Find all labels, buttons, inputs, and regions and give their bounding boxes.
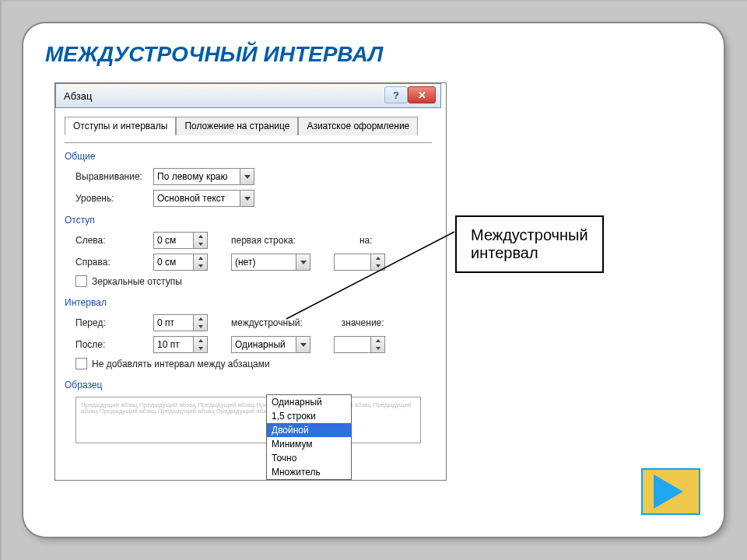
chevron-down-icon[interactable] xyxy=(240,191,254,206)
mirror-indents-checkbox[interactable]: Зеркальные отступы xyxy=(75,275,182,287)
next-button[interactable] xyxy=(641,468,700,515)
indent-left-value: 0 см xyxy=(157,235,176,246)
indent-right-value: 0 см xyxy=(157,257,176,268)
indent-right-label: Справа: xyxy=(65,257,153,268)
dropdown-option[interactable]: Множитель xyxy=(267,465,351,479)
dropdown-option[interactable]: Точно xyxy=(267,451,351,465)
sample-preview: Предыдущий абзац Предыдущий абзац Предыд… xyxy=(75,397,421,443)
slide-title: МЕЖДУСТРОЧНЫЙ ИНТЕРВАЛ xyxy=(45,42,383,67)
callout-box: Междустрочный интервал xyxy=(455,215,604,273)
dropdown-option[interactable]: Двойной xyxy=(267,423,351,437)
play-icon xyxy=(654,474,683,509)
before-value: 0 пт xyxy=(157,317,174,328)
level-value: Основной текст xyxy=(157,193,225,204)
no-space-checkbox[interactable]: Не добавлять интервал между абзацами xyxy=(75,358,270,369)
after-value: 10 пт xyxy=(157,339,180,350)
checkbox-icon xyxy=(75,275,87,287)
dialog-title-text: Абзац xyxy=(64,90,92,102)
svg-line-0 xyxy=(286,232,454,319)
before-spinner[interactable]: 0 пт xyxy=(153,314,208,331)
level-combo[interactable]: Основной текст xyxy=(153,190,254,207)
checkbox-icon xyxy=(75,358,87,369)
indent-left-label: Слева: xyxy=(65,235,153,246)
alignment-label: Выравнивание: xyxy=(65,171,153,182)
slide: МЕЖДУСТРОЧНЫЙ ИНТЕРВАЛ Абзац ? ✕ Отступы… xyxy=(23,23,724,537)
help-icon: ? xyxy=(393,89,399,101)
before-label: Перед: xyxy=(65,317,153,328)
chevron-down-icon[interactable] xyxy=(240,169,254,184)
tab-indents-spacing[interactable]: Отступы и интервалы xyxy=(65,117,176,135)
callout-line2: интервал xyxy=(471,244,588,262)
dropdown-option[interactable]: Одинарный xyxy=(267,395,351,409)
after-label: После: xyxy=(65,339,153,350)
indent-right-spinner[interactable]: 0 см xyxy=(153,254,208,271)
indent-left-spinner[interactable]: 0 см xyxy=(153,232,208,249)
alignment-value: По левому краю xyxy=(157,171,228,182)
tab-strip: Отступы и интервалы Положение на страниц… xyxy=(65,116,432,135)
alignment-combo[interactable]: По левому краю xyxy=(153,168,254,185)
mirror-indents-label: Зеркальные отступы xyxy=(92,276,182,287)
close-icon: ✕ xyxy=(418,89,426,101)
section-sample: Образец xyxy=(65,380,432,390)
close-button[interactable]: ✕ xyxy=(408,86,436,103)
tab-page-position[interactable]: Положение на странице xyxy=(176,117,298,135)
dropdown-option[interactable]: 1,5 строки xyxy=(267,409,351,423)
tab-asian[interactable]: Азиатское оформление xyxy=(298,117,418,135)
help-button[interactable]: ? xyxy=(384,86,408,103)
line-spacing-value: Одинарный xyxy=(235,339,286,350)
callout-line1: Междустрочный xyxy=(471,226,588,244)
section-general: Общие xyxy=(65,151,432,162)
first-line-value: (нет) xyxy=(235,257,255,268)
dialog-titlebar[interactable]: Абзац ? ✕ xyxy=(55,83,441,108)
no-space-label: Не добавлять интервал между абзацами xyxy=(92,359,270,369)
callout-connector xyxy=(280,194,482,350)
dropdown-option[interactable]: Минимум xyxy=(267,437,351,451)
after-spinner[interactable]: 10 пт xyxy=(153,336,208,353)
level-label: Уровень: xyxy=(65,193,153,204)
line-spacing-dropdown[interactable]: Одинарный1,5 строкиДвойнойМинимумТочноМн… xyxy=(266,394,352,480)
